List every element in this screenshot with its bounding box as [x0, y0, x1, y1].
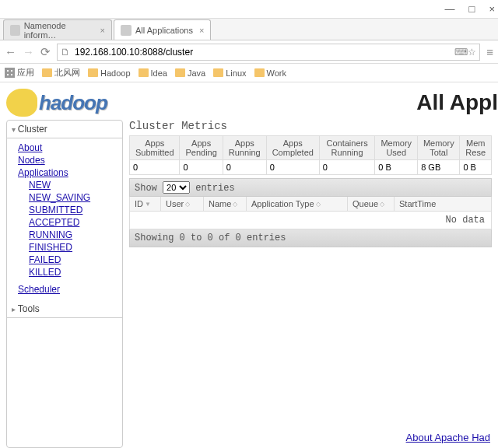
apps-shortcut[interactable]: 应用 — [5, 67, 34, 79]
page-header: hadoop All Appl — [0, 82, 498, 120]
close-tab-icon[interactable]: × — [100, 26, 105, 35]
translate-icon[interactable]: ⌨ — [454, 47, 468, 58]
col-application-type[interactable]: Application Type◇ — [247, 197, 348, 211]
favicon-icon — [10, 25, 20, 36]
bookmark-folder[interactable]: 北风网 — [42, 67, 80, 79]
col-queue[interactable]: Queue◇ — [348, 197, 395, 211]
metrics-table: Apps Submitted Apps Pending Apps Running… — [129, 135, 492, 175]
folder-icon — [213, 68, 223, 77]
page-icon: 🗋 — [61, 47, 72, 58]
table-info: Showing 0 to 0 of 0 entries — [129, 229, 492, 247]
val-containers-running: 0 — [319, 160, 375, 175]
bookmark-folder[interactable]: Java — [175, 68, 205, 78]
sidebar-link-scheduler[interactable]: Scheduler — [18, 283, 122, 296]
val-apps-running: 0 — [223, 160, 266, 175]
col-starttime[interactable]: StartTime — [395, 197, 491, 211]
col-name[interactable]: Name◇ — [204, 197, 247, 211]
sidebar-link-accepted[interactable]: ACCEPTED — [29, 216, 122, 229]
sidebar-link-new[interactable]: NEW — [29, 179, 122, 191]
sidebar-section-cluster[interactable]: Cluster — [7, 121, 122, 138]
col-apps-submitted: Apps Submitted — [130, 136, 180, 160]
address-bar[interactable]: 🗋 ⌨ ☆ — [57, 44, 480, 61]
logo-text: hadoop — [39, 91, 107, 115]
table-length-control: Show 20 entries — [129, 178, 492, 197]
sidebar-body: About Nodes Applications NEW NEW_SAVING … — [7, 138, 122, 300]
val-memory-reserved: 0 B — [460, 160, 492, 175]
col-apps-completed: Apps Completed — [266, 136, 319, 160]
bookmark-folder[interactable]: Idea — [139, 68, 167, 78]
tab-label: All Applications — [135, 26, 193, 35]
browser-tabs: Namenode inform… × All Applications × — [0, 19, 498, 40]
url-input[interactable] — [75, 47, 454, 58]
folder-icon — [42, 68, 52, 77]
show-label: Show — [135, 183, 157, 194]
forward-button[interactable]: → — [23, 45, 34, 58]
col-memory-reserved: Mem Rese — [460, 136, 492, 160]
col-memory-total: Memory Total — [418, 136, 460, 160]
col-containers-running: Containers Running — [319, 136, 375, 160]
close-tab-icon[interactable]: × — [199, 26, 204, 35]
folder-icon — [139, 68, 149, 77]
main-panel: Cluster Metrics Apps Submitted Apps Pend… — [129, 120, 492, 448]
bookmarks-bar: 应用 北风网 Hadoop Idea Java Linux Work — [0, 64, 498, 82]
sidebar-link-killed[interactable]: KILLED — [29, 266, 122, 278]
sidebar-link-nodes[interactable]: Nodes — [18, 154, 122, 166]
val-apps-completed: 0 — [266, 160, 319, 175]
bookmark-folder[interactable]: Work — [254, 68, 286, 78]
sidebar: Cluster About Nodes Applications NEW NEW… — [6, 120, 123, 448]
tab-all-applications[interactable]: All Applications × — [114, 19, 211, 40]
folder-icon — [254, 68, 265, 77]
tab-namenode[interactable]: Namenode inform… × — [3, 19, 112, 40]
sidebar-section-tools[interactable]: Tools — [7, 300, 122, 318]
val-apps-submitted: 0 — [130, 160, 180, 175]
sidebar-link-submitted[interactable]: SUBMITTED — [29, 204, 122, 216]
back-button[interactable]: ← — [5, 45, 16, 58]
menu-button[interactable]: ≡ — [486, 45, 493, 58]
col-apps-running: Apps Running — [223, 136, 266, 160]
sidebar-link-failed[interactable]: FAILED — [29, 254, 122, 266]
no-data-row: No data — [129, 212, 492, 229]
col-apps-pending: Apps Pending — [180, 136, 223, 160]
page-content: hadoop All Appl Cluster About Nodes Appl… — [0, 82, 498, 448]
entries-select[interactable]: 20 — [163, 181, 190, 194]
apps-table-header: ID▼ User◇ Name◇ Application Type◇ Queue◇… — [129, 197, 492, 212]
sidebar-link-running[interactable]: RUNNING — [29, 229, 122, 241]
col-user[interactable]: User◇ — [161, 197, 204, 211]
folder-icon — [175, 68, 185, 77]
tab-label: Namenode inform… — [24, 21, 94, 40]
apps-icon — [5, 68, 15, 78]
col-id[interactable]: ID▼ — [130, 197, 161, 211]
sidebar-link-new-saving[interactable]: NEW_SAVING — [29, 191, 122, 204]
folder-icon — [88, 68, 98, 77]
favicon-icon — [121, 25, 132, 36]
metrics-title: Cluster Metrics — [129, 120, 492, 132]
sidebar-link-about[interactable]: About — [18, 142, 122, 154]
val-memory-used: 0 B — [375, 160, 418, 175]
sidebar-link-applications[interactable]: Applications — [18, 166, 122, 179]
close-window-button[interactable]: × — [489, 3, 495, 15]
entries-label: entries — [195, 183, 234, 194]
star-icon[interactable]: ☆ — [468, 47, 476, 58]
reload-button[interactable]: ⟳ — [40, 45, 51, 59]
maximize-button[interactable]: □ — [469, 3, 475, 15]
sidebar-app-states: NEW NEW_SAVING SUBMITTED ACCEPTED RUNNIN… — [18, 179, 122, 278]
page-title: All Appl — [416, 90, 498, 115]
bookmark-folder[interactable]: Linux — [213, 68, 246, 78]
about-link[interactable]: About Apache Had — [406, 432, 490, 443]
browser-navbar: ← → ⟳ 🗋 ⌨ ☆ ≡ — [0, 40, 498, 64]
hadoop-logo: hadoop — [6, 89, 107, 117]
val-apps-pending: 0 — [180, 160, 223, 175]
sidebar-link-finished[interactable]: FINISHED — [29, 241, 122, 254]
minimize-button[interactable]: — — [445, 3, 455, 15]
bookmark-folder[interactable]: Hadoop — [88, 68, 131, 78]
elephant-icon — [6, 89, 37, 117]
val-memory-total: 8 GB — [418, 160, 460, 175]
window-titlebar: — □ × — [0, 0, 498, 19]
col-memory-used: Memory Used — [375, 136, 418, 160]
